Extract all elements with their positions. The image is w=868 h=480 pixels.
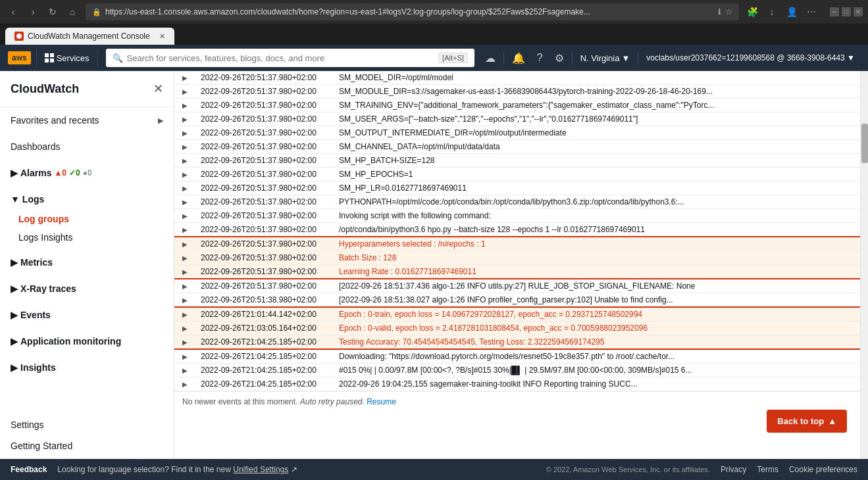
expand-row-icon[interactable]: ▶ [180,197,190,207]
sidebar-item-dashboards[interactable]: Dashboards [0,136,174,157]
privacy-link[interactable]: Privacy [721,465,746,474]
table-row[interactable]: ▶2022-09-26T21:03:05.164+02:00Epoch : 0-… [174,322,860,335]
expand-row-icon[interactable]: ▶ [180,156,190,166]
menu-icon[interactable]: ⋯ [804,4,819,20]
outer-scrollbar[interactable] [860,71,868,459]
expand-row-icon[interactable]: ▶ [180,379,190,389]
sidebar-item-insights[interactable]: ▶ Insights [0,357,174,378]
settings-icon[interactable]: ⚙ [549,49,569,67]
back-to-top-button[interactable]: Back to top ▲ [767,410,847,433]
metrics-label: Metrics [20,257,53,268]
cookie-link[interactable]: Cookie preferences [789,465,857,474]
sidebar-item-getting-started[interactable]: Getting Started [0,435,174,456]
sidebar-close-button[interactable]: ✕ [153,82,163,96]
expand-row-icon[interactable]: ▶ [180,87,190,97]
maximize-button[interactable]: □ [842,7,851,16]
unified-settings-link[interactable]: Unified Settings [233,465,288,474]
sidebar-item-logs[interactable]: ▼ Logs [0,189,174,210]
expand-row-icon[interactable]: ▶ [180,211,190,221]
table-row[interactable]: ▶2022-09-26T20:51:37.980+02:00Batch Size… [174,251,860,265]
expand-row-icon[interactable]: ▶ [180,253,190,263]
bell-icon[interactable]: 🔔 [507,49,530,67]
table-row[interactable]: ▶2022-09-26T20:51:37.980+02:00SM_HP_EPOC… [174,168,860,181]
tab-close-icon[interactable]: ✕ [159,32,165,41]
table-row[interactable]: ▶2022-09-26T20:51:37.980+02:00SM_MODEL_D… [174,71,860,85]
expand-row-icon[interactable]: ▶ [180,183,190,193]
log-timestamp: 2022-09-26T20:51:37.980+02:00 [195,140,334,154]
minimize-button[interactable]: ─ [830,7,839,16]
table-row[interactable]: ▶2022-09-26T21:04:25.185+02:00Downloadin… [174,349,860,364]
sidebar-item-metrics[interactable]: ▶ Metrics [0,252,174,273]
table-row[interactable]: ▶2022-09-26T20:51:37.980+02:00SM_USER_AR… [174,112,860,126]
table-row[interactable]: ▶2022-09-26T20:51:37.980+02:00SM_MODULE_… [174,85,860,99]
expand-row-icon[interactable]: ▶ [180,324,190,333]
table-row[interactable]: ▶2022-09-26T21:01:44.142+02:00Epoch : 0-… [174,307,860,322]
table-row[interactable]: ▶2022-09-26T21:04:25.185+02:002022-09-26… [174,377,860,391]
expand-row-icon[interactable]: ▶ [180,142,190,152]
sidebar-item-alarms[interactable]: ▶ Alarms ▲0 ✓0 ●0 [0,162,174,183]
sidebar-item-logs-insights[interactable]: Logs Insights [0,228,174,247]
aws-logo[interactable]: aws [8,51,31,64]
sidebar-item-events[interactable]: ▶ Events [0,304,174,325]
sidebar-item-app-monitoring[interactable]: ▶ Application monitoring [0,331,174,352]
table-row[interactable]: ▶2022-09-26T20:51:37.980+02:00Learning R… [174,265,860,279]
resume-link[interactable]: Resume [367,397,396,406]
log-timestamp: 2022-09-26T20:51:37.980+02:00 [195,251,334,265]
footer-links: Privacy Terms Cookie preferences [721,465,857,474]
expand-row-icon[interactable]: ▶ [180,337,190,347]
services-button[interactable]: Services [36,49,98,67]
expand-row-icon[interactable]: ▶ [180,310,190,320]
forward-button[interactable]: › [25,4,41,20]
sidebar-item-log-groups[interactable]: Log groups [0,210,174,228]
table-row[interactable]: ▶2022-09-26T20:51:37.980+02:00Hyperparam… [174,237,860,251]
search-input[interactable] [127,53,435,63]
extensions-icon[interactable]: 🧩 [744,4,760,20]
table-row[interactable]: ▶2022-09-26T21:04:25.185+02:00#015 0%| |… [174,364,860,377]
sidebar-item-settings[interactable]: Settings [0,414,174,435]
active-tab[interactable]: CloudWatch Management Console ✕ [5,28,174,45]
table-row[interactable]: ▶2022-09-26T20:51:37.980+02:00PYTHONPATH… [174,195,860,209]
expand-row-icon[interactable]: ▶ [180,170,190,180]
table-row[interactable]: ▶2022-09-26T20:51:37.980+02:00SM_TRAININ… [174,99,860,112]
help-icon[interactable]: ? [532,49,548,66]
expand-row-icon[interactable]: ▶ [180,239,190,249]
table-row[interactable]: ▶2022-09-26T20:51:37.980+02:00SM_CHANNEL… [174,140,860,154]
address-bar[interactable]: 🔒 https://us-east-1.console.aws.amazon.c… [86,3,739,20]
scrollbar-thumb[interactable] [861,124,868,163]
home-button[interactable]: ⌂ [64,4,80,20]
feedback-button[interactable]: Feedback [11,465,47,474]
table-row[interactable]: ▶2022-09-26T20:51:37.980+02:00[2022-09-2… [174,279,860,293]
account-menu[interactable]: voclabs/user2037662=12199608568 @ 3668-3… [641,51,860,65]
log-timestamp: 2022-09-26T20:51:37.980+02:00 [195,112,334,126]
expand-row-icon[interactable]: ▶ [180,128,190,138]
search-bar[interactable]: 🔍 [Alt+S] [106,49,474,67]
expand-row-icon[interactable]: ▶ [180,281,190,291]
table-row[interactable]: ▶2022-09-26T20:51:37.980+02:00SM_HP_LR=0… [174,181,860,195]
downloads-icon[interactable]: ↓ [764,4,780,20]
sidebar-item-favorites[interactable]: Favorites and recents ▶ [0,110,174,131]
expand-row-icon[interactable]: ▶ [180,366,190,375]
refresh-button[interactable]: ↻ [45,4,61,20]
expand-row-icon[interactable]: ▶ [180,352,190,362]
table-row[interactable]: ▶2022-09-26T20:51:37.980+02:00/opt/conda… [174,223,860,237]
expand-row-icon[interactable]: ▶ [180,114,190,124]
terms-link[interactable]: Terms [757,465,779,474]
table-row[interactable]: ▶2022-09-26T21:04:25.185+02:00Testing Ac… [174,335,860,350]
cloud9-icon[interactable]: ☁ [480,49,501,67]
log-message: #015 0%| | 0.00/97.8M [00:00<?, ?B/s]#01… [334,364,860,377]
close-window-button[interactable]: ✕ [854,7,863,16]
back-button[interactable]: ‹ [5,4,21,20]
table-row[interactable]: ▶2022-09-26T20:51:37.980+02:00SM_OUTPUT_… [174,126,860,140]
table-row[interactable]: ▶2022-09-26T20:51:38.980+02:00[2022-09-2… [174,293,860,308]
profile-icon[interactable]: 👤 [784,4,800,20]
expand-row-icon[interactable]: ▶ [180,295,190,305]
expand-row-icon[interactable]: ▶ [180,101,190,110]
sidebar-item-xray[interactable]: ▶ X-Ray traces [0,278,174,299]
expand-row-icon[interactable]: ▶ [180,225,190,235]
expand-row-icon[interactable]: ▶ [180,73,190,83]
table-row[interactable]: ▶2022-09-26T20:51:37.980+02:00Invoking s… [174,209,860,223]
region-selector[interactable]: N. Virginia ▼ [575,51,636,66]
log-table-container[interactable]: ▶2022-09-26T20:51:37.980+02:00SM_MODEL_D… [174,71,860,459]
expand-row-icon[interactable]: ▶ [180,267,190,277]
table-row[interactable]: ▶2022-09-26T20:51:37.980+02:00SM_HP_BATC… [174,154,860,168]
